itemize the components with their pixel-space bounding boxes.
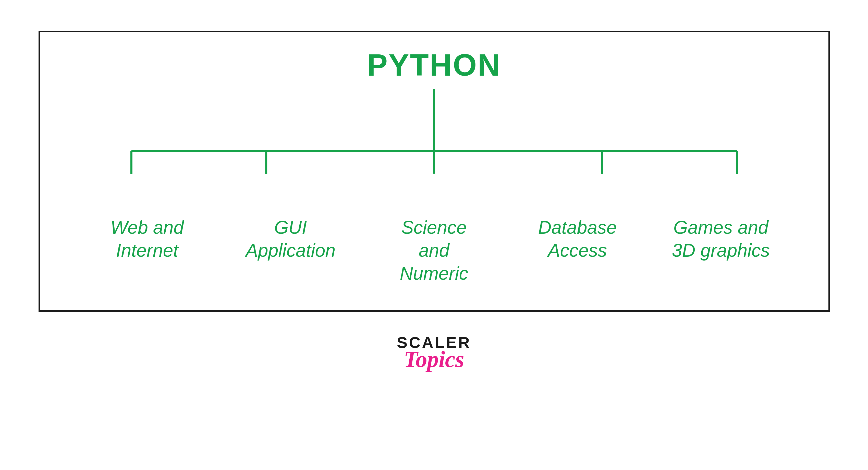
leaf-gui-application-text: GUIApplication <box>246 217 335 261</box>
leaf-science-numeric: ScienceandNumeric <box>380 216 488 285</box>
topics-text: Topics <box>404 348 464 371</box>
leaf-web-internet-text: Web andInternet <box>111 217 184 261</box>
leaf-database-access: DatabaseAccess <box>524 216 631 262</box>
leaf-science-numeric-text: ScienceandNumeric <box>400 217 468 284</box>
leaf-web-internet: Web andInternet <box>94 216 201 262</box>
scaler-logo: SCALER Topics <box>397 334 471 371</box>
leaf-games-3d-text: Games and3D graphics <box>672 217 770 261</box>
leaf-games-3d: Games and3D graphics <box>668 216 775 262</box>
diagram-container: PYTHON Web andInternet GUIApplication Sc… <box>38 31 830 312</box>
leaf-database-access-text: DatabaseAccess <box>538 217 617 261</box>
leaf-gui-application: GUIApplication <box>237 216 344 262</box>
